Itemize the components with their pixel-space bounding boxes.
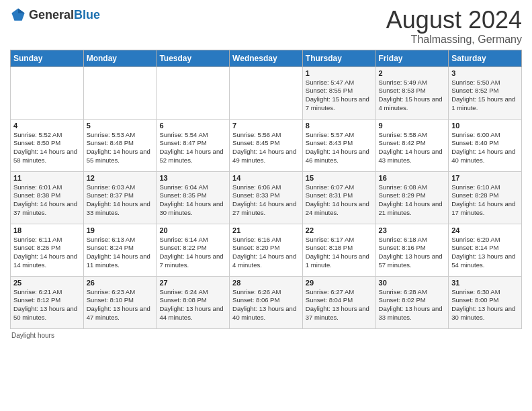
title-block: August 2024 Thalmassing, Germany (386, 7, 522, 46)
day-number: 27 (159, 279, 226, 287)
day-number: 25 (13, 279, 81, 287)
day-number: 31 (451, 279, 519, 287)
day-number: 4 (13, 122, 81, 130)
svg-marker-1 (18, 8, 25, 13)
day-info: Sunrise: 6:07 AM Sunset: 8:31 PM Dayligh… (306, 183, 373, 218)
calendar-cell: 9Sunrise: 5:58 AM Sunset: 8:42 PM Daylig… (375, 119, 449, 171)
day-number: 23 (379, 226, 446, 234)
day-number: 6 (159, 122, 226, 130)
day-number: 12 (87, 174, 154, 182)
calendar-cell: 19Sunrise: 6:13 AM Sunset: 8:24 PM Dayli… (83, 224, 157, 276)
calendar-cell: 30Sunrise: 6:28 AM Sunset: 8:02 PM Dayli… (375, 276, 449, 328)
day-header-thursday: Thursday (302, 50, 375, 66)
day-info: Sunrise: 6:13 AM Sunset: 8:24 PM Dayligh… (87, 236, 154, 270)
calendar-cell: 23Sunrise: 6:18 AM Sunset: 8:16 PM Dayli… (375, 224, 449, 276)
calendar-cell: 29Sunrise: 6:27 AM Sunset: 8:04 PM Dayli… (302, 276, 375, 328)
calendar-week-1: 4Sunrise: 5:52 AM Sunset: 8:50 PM Daylig… (11, 119, 522, 171)
day-info: Sunrise: 5:56 AM Sunset: 8:45 PM Dayligh… (232, 131, 300, 165)
calendar-cell: 15Sunrise: 6:07 AM Sunset: 8:31 PM Dayli… (302, 171, 375, 224)
day-number: 13 (159, 174, 226, 182)
day-header-friday: Friday (375, 50, 449, 66)
day-number: 14 (232, 174, 300, 182)
day-number: 20 (159, 226, 226, 234)
calendar-cell: 27Sunrise: 6:24 AM Sunset: 8:08 PM Dayli… (157, 276, 230, 328)
day-number: 16 (379, 174, 446, 182)
month-title: August 2024 (386, 7, 522, 34)
day-number: 26 (87, 279, 154, 287)
day-info: Sunrise: 6:27 AM Sunset: 8:04 PM Dayligh… (306, 288, 373, 322)
calendar-cell (11, 66, 84, 119)
calendar-cell (83, 66, 157, 119)
calendar-week-2: 11Sunrise: 6:01 AM Sunset: 8:38 PM Dayli… (11, 171, 522, 224)
day-info: Sunrise: 6:28 AM Sunset: 8:02 PM Dayligh… (379, 288, 446, 322)
day-number: 10 (451, 122, 519, 130)
day-info: Sunrise: 5:57 AM Sunset: 8:43 PM Dayligh… (306, 131, 373, 165)
day-header-tuesday: Tuesday (157, 50, 230, 66)
day-header-monday: Monday (83, 50, 157, 66)
logo: GeneralBlue (10, 7, 100, 23)
calendar-cell (230, 66, 303, 119)
day-info: Sunrise: 5:47 AM Sunset: 8:55 PM Dayligh… (306, 79, 373, 113)
day-header-saturday: Saturday (449, 50, 522, 66)
calendar-cell: 2Sunrise: 5:49 AM Sunset: 8:53 PM Daylig… (375, 66, 449, 119)
day-info: Sunrise: 6:11 AM Sunset: 8:26 PM Dayligh… (13, 236, 81, 270)
day-number: 18 (13, 226, 81, 234)
day-info: Sunrise: 5:52 AM Sunset: 8:50 PM Dayligh… (13, 131, 81, 165)
day-number: 1 (306, 69, 373, 77)
day-info: Sunrise: 5:54 AM Sunset: 8:47 PM Dayligh… (159, 131, 226, 165)
page-container: GeneralBlue August 2024 Thalmassing, Ger… (0, 0, 532, 342)
calendar-cell: 22Sunrise: 6:17 AM Sunset: 8:18 PM Dayli… (302, 224, 375, 276)
day-number: 17 (451, 174, 519, 182)
calendar-cell: 28Sunrise: 6:26 AM Sunset: 8:06 PM Dayli… (230, 276, 303, 328)
calendar-cell: 12Sunrise: 6:03 AM Sunset: 8:37 PM Dayli… (83, 171, 157, 224)
day-number: 24 (451, 226, 519, 234)
logo-general: General (29, 8, 74, 21)
calendar-table: SundayMondayTuesdayWednesdayThursdayFrid… (10, 50, 522, 329)
day-number: 19 (87, 226, 154, 234)
day-info: Sunrise: 6:04 AM Sunset: 8:35 PM Dayligh… (159, 183, 226, 218)
day-number: 7 (232, 122, 300, 130)
day-header-wednesday: Wednesday (230, 50, 303, 66)
day-info: Sunrise: 6:01 AM Sunset: 8:38 PM Dayligh… (13, 183, 81, 218)
day-number: 28 (232, 279, 300, 287)
calendar-cell: 10Sunrise: 6:00 AM Sunset: 8:40 PM Dayli… (449, 119, 522, 171)
day-number: 3 (451, 69, 519, 77)
day-info: Sunrise: 6:20 AM Sunset: 8:14 PM Dayligh… (451, 236, 519, 270)
day-number: 21 (232, 226, 300, 234)
day-number: 8 (306, 122, 373, 130)
day-number: 11 (13, 174, 81, 182)
calendar-cell: 21Sunrise: 6:16 AM Sunset: 8:20 PM Dayli… (230, 224, 303, 276)
day-header-sunday: Sunday (11, 50, 84, 66)
day-info: Sunrise: 6:10 AM Sunset: 8:28 PM Dayligh… (451, 183, 519, 218)
calendar-cell: 16Sunrise: 6:08 AM Sunset: 8:29 PM Dayli… (375, 171, 449, 224)
day-info: Sunrise: 6:18 AM Sunset: 8:16 PM Dayligh… (379, 236, 446, 270)
logo-icon (10, 7, 26, 23)
day-info: Sunrise: 5:53 AM Sunset: 8:48 PM Dayligh… (87, 131, 154, 165)
day-info: Sunrise: 5:58 AM Sunset: 8:42 PM Dayligh… (379, 131, 446, 165)
calendar-cell: 13Sunrise: 6:04 AM Sunset: 8:35 PM Dayli… (157, 171, 230, 224)
calendar-cell: 25Sunrise: 6:21 AM Sunset: 8:12 PM Dayli… (11, 276, 84, 328)
day-number: 15 (306, 174, 373, 182)
calendar-cell: 3Sunrise: 5:50 AM Sunset: 8:52 PM Daylig… (449, 66, 522, 119)
day-number: 22 (306, 226, 373, 234)
header: GeneralBlue August 2024 Thalmassing, Ger… (10, 7, 522, 46)
calendar-week-0: 1Sunrise: 5:47 AM Sunset: 8:55 PM Daylig… (11, 66, 522, 119)
calendar-cell: 1Sunrise: 5:47 AM Sunset: 8:55 PM Daylig… (302, 66, 375, 119)
day-info: Sunrise: 6:26 AM Sunset: 8:06 PM Dayligh… (232, 288, 300, 322)
calendar-cell: 31Sunrise: 6:30 AM Sunset: 8:00 PM Dayli… (449, 276, 522, 328)
logo-blue: Blue (74, 8, 100, 21)
day-info: Sunrise: 6:24 AM Sunset: 8:08 PM Dayligh… (159, 288, 226, 322)
calendar-cell: 5Sunrise: 5:53 AM Sunset: 8:48 PM Daylig… (83, 119, 157, 171)
calendar-cell: 4Sunrise: 5:52 AM Sunset: 8:50 PM Daylig… (11, 119, 84, 171)
calendar-cell: 24Sunrise: 6:20 AM Sunset: 8:14 PM Dayli… (449, 224, 522, 276)
day-info: Sunrise: 6:23 AM Sunset: 8:10 PM Dayligh… (87, 288, 154, 322)
calendar-cell: 26Sunrise: 6:23 AM Sunset: 8:10 PM Dayli… (83, 276, 157, 328)
day-info: Sunrise: 5:49 AM Sunset: 8:53 PM Dayligh… (379, 79, 446, 113)
day-info: Sunrise: 5:50 AM Sunset: 8:52 PM Dayligh… (451, 79, 519, 113)
calendar-cell: 20Sunrise: 6:14 AM Sunset: 8:22 PM Dayli… (157, 224, 230, 276)
logo-text: GeneralBlue (29, 8, 100, 22)
day-info: Sunrise: 6:17 AM Sunset: 8:18 PM Dayligh… (306, 236, 373, 270)
calendar-cell: 11Sunrise: 6:01 AM Sunset: 8:38 PM Dayli… (11, 171, 84, 224)
calendar-cell: 14Sunrise: 6:06 AM Sunset: 8:33 PM Dayli… (230, 171, 303, 224)
calendar-cell: 6Sunrise: 5:54 AM Sunset: 8:47 PM Daylig… (157, 119, 230, 171)
